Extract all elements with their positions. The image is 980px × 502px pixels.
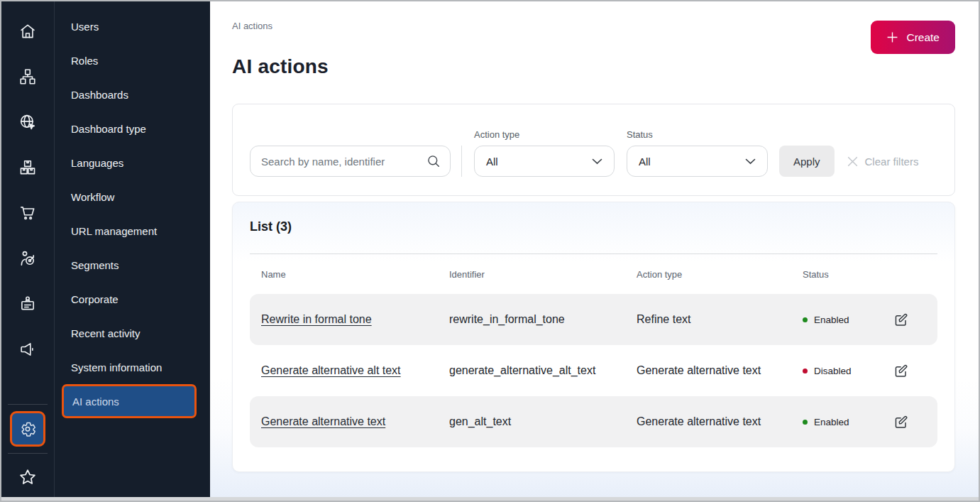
cart-icon[interactable] [1,190,54,236]
globe-cursor-icon[interactable] [1,99,54,145]
edit-button[interactable] [892,311,923,329]
page-title: AI actions [232,55,955,78]
row-identifier: generate_alternative_alt_text [449,364,637,377]
status-badge: Enabled [803,315,892,325]
sidebar-item-system-information[interactable]: System information [55,350,210,384]
chevron-down-icon [592,158,602,165]
row-action-type: Generate alternative text [637,415,803,428]
sidebar-item-dashboards[interactable]: Dashboards [55,77,210,111]
list-card: List (3) Name Identifier Action type Sta… [232,202,955,472]
create-button-label: Create [906,31,940,44]
create-button[interactable]: Create [871,21,955,54]
icon-rail [1,1,54,497]
row-action-type: Generate alternative text [637,364,803,377]
table-row: Rewrite in formal tone rewrite_in_formal… [250,294,937,345]
home-icon[interactable] [1,9,54,54]
apply-button[interactable]: Apply [779,146,835,177]
edit-icon [893,415,908,430]
target-icon[interactable] [1,236,54,281]
org-chart-icon[interactable] [1,54,54,99]
sidebar-item-segments[interactable]: Segments [55,248,210,282]
edit-icon [893,312,908,327]
table-header-row: Name Identifier Action type Status [250,254,937,294]
sidebar-item-languages[interactable]: Languages [55,146,210,180]
row-identifier: rewrite_in_formal_tone [449,313,637,326]
settings-highlight[interactable] [10,411,45,447]
status-select[interactable]: All [627,146,768,177]
action-type-select[interactable]: All [474,146,615,177]
column-header-name: Name [261,269,449,280]
plus-icon [886,31,898,43]
rail-divider-bottom [8,453,48,454]
rail-divider-top [8,404,48,405]
chevron-down-icon [745,158,756,165]
sidebar-item-users[interactable]: Users [55,9,210,43]
sidebar-item-ai-actions[interactable]: AI actions [62,384,197,418]
sidebar-item-url-management[interactable]: URL management [55,214,210,248]
clear-filters-button[interactable]: Clear filters [847,146,919,177]
status-dot [803,420,808,425]
sidebar-item-corporate[interactable]: Corporate [55,282,210,316]
column-header-identifier: Identifier [449,269,637,280]
sidebar-item-roles[interactable]: Roles [55,43,210,77]
list-heading: List (3) [250,219,937,234]
status-label: Status [627,129,768,140]
main-content: AI actions Create AI actions Action type… [210,1,979,497]
row-name-link[interactable]: Generate alternative text [261,415,449,428]
row-name-link[interactable]: Generate alternative alt text [261,364,449,377]
gear-icon [18,420,37,438]
status-badge: Enabled [803,417,892,427]
column-header-status: Status [803,269,892,280]
close-icon [847,155,859,168]
breadcrumb[interactable]: AI actions [232,21,955,31]
column-header-action-type: Action type [637,269,803,280]
status-dot [803,317,808,322]
row-action-type: Refine text [637,313,803,326]
settings-menu: Users Roles Dashboards Dashboard type La… [54,1,210,497]
sidebar-item-recent-activity[interactable]: Recent activity [55,316,210,350]
app-window: Users Roles Dashboards Dashboard type La… [1,1,979,497]
search-input[interactable] [250,146,451,177]
status-text: Enabled [814,417,849,427]
status-text: Disabled [814,366,852,376]
row-name-link[interactable]: Rewrite in formal tone [261,313,449,326]
megaphone-icon[interactable] [1,327,54,372]
star-icon[interactable] [18,457,38,497]
action-type-label: Action type [474,129,615,140]
filter-divider [461,146,462,177]
status-value: All [639,155,651,168]
window-bottom-edge [1,497,979,501]
filter-card: Action type All Status All Apply [232,104,955,196]
status-text: Enabled [814,315,849,325]
packages-icon[interactable] [1,145,54,190]
status-badge: Disabled [803,366,892,376]
edit-button[interactable] [892,413,923,431]
clear-filters-label: Clear filters [865,155,919,168]
table-row: Generate alternative text gen_alt_text G… [250,396,937,447]
action-type-value: All [486,155,498,168]
sidebar-item-workflow[interactable]: Workflow [55,180,210,214]
edit-button[interactable] [892,362,923,380]
row-identifier: gen_alt_text [449,415,637,428]
table-row: Generate alternative alt text generate_a… [250,345,937,396]
status-dot [803,369,808,373]
edit-icon [893,364,908,378]
id-badge-icon[interactable] [1,281,54,327]
sidebar-item-dashboard-type[interactable]: Dashboard type [55,111,210,146]
